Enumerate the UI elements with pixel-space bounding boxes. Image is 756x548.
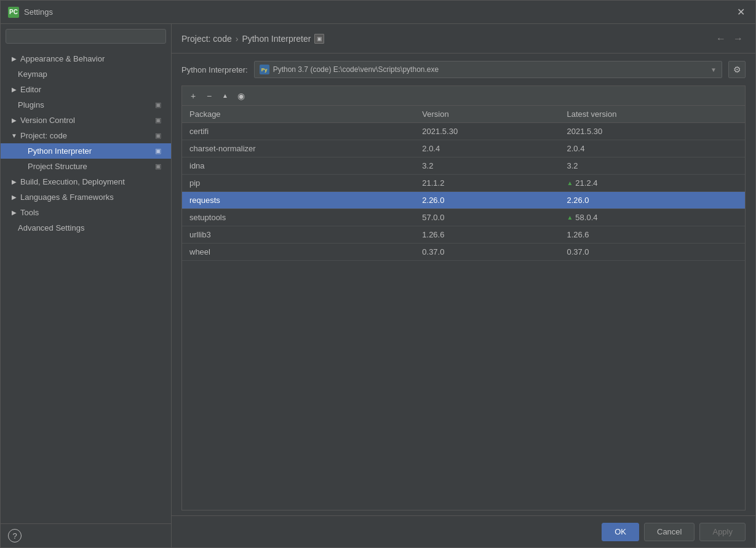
sidebar-item-label: Editor (20, 85, 164, 94)
package-area: + − ▲ ◉ Package Version Latest version (181, 85, 746, 510)
col-package: Package (182, 106, 415, 123)
table-row[interactable]: certifi2021.5.302021.5.30 (182, 123, 745, 140)
package-version: 21.1.2 (415, 175, 559, 192)
package-name: certifi (182, 123, 415, 140)
close-button[interactable]: ✕ (733, 5, 748, 20)
interpreter-value: Python 3.7 (code) E:\code\venv\Scripts\p… (273, 65, 710, 74)
right-panel: Project: code › Python Interpreter ▣ ← →… (172, 24, 755, 547)
package-name: urllib3 (182, 226, 415, 244)
sidebar-item-advanced-settings[interactable]: Advanced Settings (1, 220, 171, 236)
sidebar-item-editor[interactable]: ▶ Editor (1, 82, 171, 97)
package-version: 1.26.6 (415, 226, 559, 244)
breadcrumb-parent: Project: code (181, 34, 232, 44)
breadcrumb-separator: › (236, 34, 239, 44)
table-row[interactable]: charset-normalizer2.0.42.0.4 (182, 140, 745, 157)
pin-icon: ▣ (155, 162, 164, 171)
expand-arrow-icon: ▶ (10, 86, 18, 93)
panel-header: Project: code › Python Interpreter ▣ ← → (172, 24, 755, 54)
sidebar-nav: ▶ Appearance & Behavior Keymap ▶ Editor … (1, 49, 171, 523)
package-name: charset-normalizer (182, 140, 415, 157)
package-latest: 2.0.4 (559, 140, 745, 157)
sidebar-item-tools[interactable]: ▶ Tools (1, 205, 171, 220)
search-input[interactable] (6, 29, 166, 44)
sidebar-item-label: Python Interpreter (28, 146, 155, 156)
pin-icon: ▣ (155, 101, 164, 109)
tab-icon[interactable]: ▣ (314, 34, 324, 44)
package-name: setuptools (182, 209, 415, 226)
nav-arrows: ← → (714, 31, 746, 46)
sidebar-item-label: Tools (20, 208, 164, 217)
sidebar-item-python-interpreter[interactable]: Python Interpreter ▣ (1, 143, 171, 159)
package-latest: 2021.5.30 (559, 123, 745, 140)
package-table: Package Version Latest version certifi20… (182, 106, 745, 261)
package-latest: 3.2 (559, 157, 745, 175)
package-version: 2.26.0 (415, 192, 559, 209)
sidebar-item-languages[interactable]: ▶ Languages & Frameworks (1, 189, 171, 205)
sidebar: ▶ Appearance & Behavior Keymap ▶ Editor … (1, 24, 172, 547)
interpreter-settings-button[interactable]: ⚙ (728, 61, 746, 78)
package-latest: 0.37.0 (559, 244, 745, 261)
package-version: 3.2 (415, 157, 559, 175)
package-latest: 1.26.6 (559, 226, 745, 244)
dialog-footer: OK Cancel Apply (172, 515, 755, 547)
sidebar-item-keymap[interactable]: Keymap (1, 66, 171, 82)
nav-back-button[interactable]: ← (714, 31, 728, 46)
expand-arrow-icon: ▶ (10, 55, 18, 63)
package-name: wheel (182, 244, 415, 261)
interpreter-label: Python Interpreter: (181, 65, 248, 74)
toolbar: + − ▲ ◉ (182, 86, 745, 106)
show-installed-button[interactable]: ◉ (234, 89, 249, 103)
sidebar-item-label: Languages & Frameworks (20, 193, 164, 202)
pin-icon: ▣ (155, 147, 164, 156)
sidebar-item-label: Plugins (18, 100, 155, 109)
breadcrumb: Project: code › Python Interpreter ▣ (181, 34, 324, 44)
pin-icon: ▣ (155, 132, 164, 140)
package-version: 0.37.0 (415, 244, 559, 261)
expand-arrow-icon: ▼ (10, 132, 18, 140)
package-latest: 2.26.0 (559, 192, 745, 209)
upgrade-arrow-icon: ▲ (567, 180, 573, 186)
title-bar: PC Settings ✕ (1, 1, 755, 24)
title-bar-text: Settings (24, 7, 733, 17)
interpreter-row: Python Interpreter: Py Python 3.7 (code)… (172, 54, 755, 85)
breadcrumb-current: Python Interpreter (242, 34, 311, 44)
package-version: 2021.5.30 (415, 123, 559, 140)
table-row[interactable]: requests2.26.02.26.0 (182, 192, 745, 209)
package-version: 2.0.4 (415, 140, 559, 157)
expand-arrow-icon: ▶ (10, 117, 18, 124)
sidebar-item-appearance[interactable]: ▶ Appearance & Behavior (1, 51, 171, 66)
sidebar-item-label: Build, Execution, Deployment (20, 177, 164, 186)
table-row[interactable]: wheel0.37.00.37.0 (182, 244, 745, 261)
table-row[interactable]: idna3.23.2 (182, 157, 745, 175)
sidebar-item-label: Project Structure (28, 162, 155, 171)
up-button[interactable]: ▲ (218, 89, 233, 103)
apply-button[interactable]: Apply (699, 523, 746, 541)
sidebar-item-project-code[interactable]: ▼ Project: code ▣ (1, 128, 171, 143)
app-icon: PC (8, 7, 19, 18)
help-button[interactable]: ? (8, 529, 22, 542)
col-version: Version (415, 106, 559, 123)
table-row[interactable]: urllib31.26.61.26.6 (182, 226, 745, 244)
remove-package-button[interactable]: − (202, 89, 217, 103)
package-name: idna (182, 157, 415, 175)
package-latest: ▲ 58.0.4 (559, 209, 745, 226)
expand-arrow-icon: ▶ (10, 209, 18, 216)
table-header: Package Version Latest version (182, 106, 745, 123)
sidebar-bottom: ? (1, 523, 171, 547)
chevron-down-icon: ▼ (710, 66, 717, 73)
interpreter-select[interactable]: Py Python 3.7 (code) E:\code\venv\Script… (254, 61, 722, 78)
package-latest: ▲ 21.2.4 (559, 175, 745, 192)
package-table-container: Package Version Latest version certifi20… (182, 106, 745, 510)
nav-forward-button[interactable]: → (731, 31, 746, 46)
package-table-body: certifi2021.5.302021.5.30charset-normali… (182, 123, 745, 261)
sidebar-item-project-structure[interactable]: Project Structure ▣ (1, 159, 171, 174)
sidebar-item-version-control[interactable]: ▶ Version Control ▣ (1, 113, 171, 128)
ok-button[interactable]: OK (602, 523, 639, 541)
sidebar-item-build[interactable]: ▶ Build, Execution, Deployment (1, 174, 171, 189)
expand-arrow-icon: ▶ (10, 194, 18, 201)
table-row[interactable]: setuptools57.0.0▲ 58.0.4 (182, 209, 745, 226)
sidebar-item-plugins[interactable]: Plugins ▣ (1, 97, 171, 113)
cancel-button[interactable]: Cancel (644, 523, 694, 541)
add-package-button[interactable]: + (186, 89, 201, 103)
table-row[interactable]: pip21.1.2▲ 21.2.4 (182, 175, 745, 192)
